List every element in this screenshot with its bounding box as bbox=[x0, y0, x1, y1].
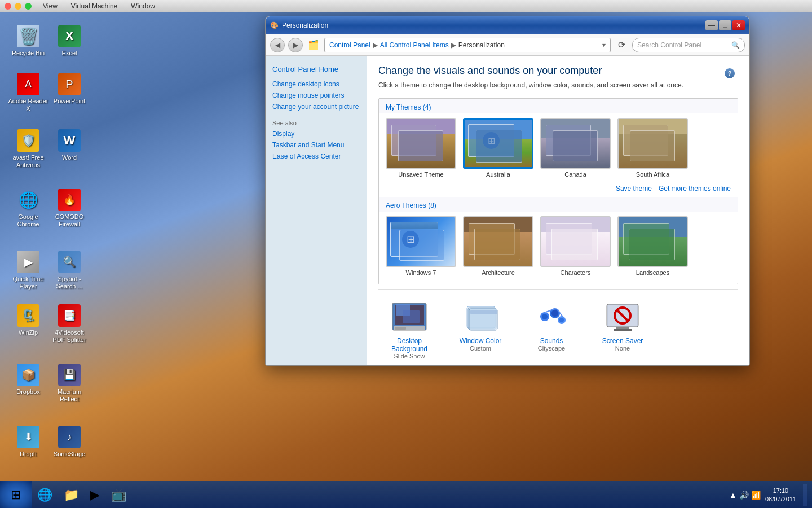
sidebar-ease-of-access[interactable]: Ease of Access Center bbox=[272, 152, 360, 160]
theme-unsaved[interactable]: Unsaved Theme bbox=[386, 118, 456, 178]
quicktime-label: Quick Time Player bbox=[8, 275, 48, 290]
theme-thumb-canada[interactable] bbox=[540, 118, 611, 169]
excel-icon: X bbox=[58, 25, 81, 47]
path-control-panel[interactable]: Control Panel bbox=[329, 41, 370, 49]
close-dot[interactable] bbox=[5, 3, 11, 10]
tray-arrow-icon[interactable]: ▲ bbox=[729, 491, 737, 500]
minimize-button[interactable]: — bbox=[705, 20, 718, 30]
traffic-lights[interactable] bbox=[0, 3, 36, 10]
desktop: View Virtual Machine Window 🗑️ Recycle B… bbox=[0, 0, 812, 508]
desktop-icon-recycle-bin[interactable]: 🗑️ Recycle Bin bbox=[6, 23, 51, 59]
desktop-icon-avast[interactable]: 🛡️ avast! Free Antivirus bbox=[6, 127, 51, 171]
desktop-icon-sonicstage[interactable]: ♪ SonicStage bbox=[47, 423, 92, 460]
bottom-window-color[interactable]: Window Color Custom bbox=[449, 299, 511, 360]
path-all-items[interactable]: All Control Panel Items bbox=[380, 41, 449, 49]
theme-landscapes-label: Landscapes bbox=[636, 269, 669, 276]
path-dropdown-arrow[interactable]: ▾ bbox=[602, 41, 606, 49]
screen-saver-label[interactable]: Screen Saver bbox=[602, 337, 643, 345]
desktop-background-icon bbox=[391, 299, 427, 335]
theme-canada-label: Canada bbox=[564, 171, 586, 178]
minimize-dot[interactable] bbox=[15, 3, 21, 10]
taskbar-misc[interactable]: 📺 bbox=[107, 484, 131, 506]
network-icon[interactable]: 📶 bbox=[751, 491, 761, 500]
close-button[interactable]: ✕ bbox=[732, 20, 745, 30]
sidebar-change-mouse-pointers[interactable]: Change mouse pointers bbox=[272, 91, 360, 99]
sidebar-display[interactable]: Display bbox=[272, 130, 360, 138]
get-more-themes-link[interactable]: Get more themes online bbox=[659, 185, 731, 192]
theme-canada[interactable]: Canada bbox=[540, 118, 611, 178]
search-placeholder: Search Control Panel bbox=[637, 41, 701, 49]
taskbar-media[interactable]: ▶ bbox=[86, 484, 104, 506]
theme-landscapes[interactable]: Landscapes bbox=[617, 216, 688, 276]
desktop-icon-powerpoint[interactable]: P PowerPoint bbox=[47, 71, 92, 107]
address-path[interactable]: Control Panel ▶ All Control Panel Items … bbox=[324, 38, 611, 52]
volume-icon[interactable]: 🔊 bbox=[739, 491, 749, 500]
theme-thumb-south-africa[interactable] bbox=[617, 118, 688, 169]
theme-thumb-unsaved[interactable] bbox=[386, 118, 456, 169]
4videosoft-label: 4Videosoft PDF Splitter bbox=[49, 329, 90, 344]
taskbar-ie[interactable]: 🌐 bbox=[33, 484, 57, 506]
mac-menu-view[interactable]: View bbox=[36, 2, 64, 10]
theme-south-africa[interactable]: South Africa bbox=[617, 118, 688, 178]
theme-australia[interactable]: ⊞ Australia bbox=[463, 118, 533, 178]
desktop-icon-macrium[interactable]: 💾 Macrium Reflect bbox=[47, 361, 92, 405]
main-title: Change the visuals and sounds on your co… bbox=[378, 65, 738, 77]
bottom-desktop-background[interactable]: Desktop Background Slide Show bbox=[378, 299, 440, 360]
theme-characters[interactable]: Characters bbox=[540, 216, 611, 276]
desktop-icon-quicktime[interactable]: ▶ Quick Time Player bbox=[6, 248, 51, 292]
dropbox-icon: 📦 bbox=[17, 364, 39, 386]
avast-label: avast! Free Antivirus bbox=[8, 154, 48, 169]
desktop-icon-winzip[interactable]: 🗜️ WinZip bbox=[6, 302, 51, 339]
window-color-label[interactable]: Window Color bbox=[460, 337, 502, 345]
mac-menu-vm[interactable]: Virtual Machine bbox=[64, 2, 125, 10]
themes-scroll-area[interactable]: My Themes (4) Unsaved Theme bbox=[378, 98, 738, 284]
refresh-button[interactable]: ⟳ bbox=[614, 38, 629, 52]
main-subtitle: Click a theme to change the desktop back… bbox=[378, 81, 738, 89]
theme-thumb-architecture[interactable] bbox=[463, 216, 533, 267]
4videosoft-icon: 📑 bbox=[58, 304, 81, 327]
start-button[interactable]: ⊞ bbox=[0, 481, 32, 509]
search-box[interactable]: Search Control Panel 🔍 bbox=[632, 38, 745, 52]
theme-thumb-landscapes[interactable] bbox=[617, 216, 688, 267]
sidebar-change-desktop-icons[interactable]: Change desktop icons bbox=[272, 80, 360, 88]
sounds-label[interactable]: Sounds bbox=[540, 337, 563, 345]
maximize-dot[interactable] bbox=[25, 3, 32, 10]
maximize-button[interactable]: □ bbox=[719, 20, 731, 30]
desktop-icon-excel[interactable]: X Excel bbox=[47, 23, 92, 59]
theme-architecture[interactable]: Architecture bbox=[463, 216, 533, 276]
show-desktop-button[interactable] bbox=[803, 484, 807, 506]
sidebar-control-panel-home[interactable]: Control Panel Home bbox=[272, 65, 360, 73]
taskbar-clock[interactable]: 17:10 08/07/2011 bbox=[765, 487, 796, 503]
my-themes-title: My Themes (4) bbox=[379, 99, 738, 113]
mac-menu-window[interactable]: Window bbox=[124, 2, 162, 10]
save-theme-link[interactable]: Save theme bbox=[616, 185, 652, 192]
taskbar-explorer[interactable]: 📁 bbox=[59, 484, 83, 506]
theme-thumb-windows7[interactable]: ⊞ bbox=[386, 216, 456, 267]
desktop-icon-dropbox[interactable]: 📦 Dropbox bbox=[6, 361, 51, 398]
address-bar: ◀ ▶ 🗂️ Control Panel ▶ All Control Panel… bbox=[266, 34, 749, 56]
mac-top-bar: View Virtual Machine Window bbox=[0, 0, 812, 12]
desktop-icon-word[interactable]: W Word bbox=[47, 127, 92, 164]
theme-thumb-australia[interactable]: ⊞ bbox=[463, 118, 533, 169]
desktop-icon-4videosoft[interactable]: 📑 4Videosoft PDF Splitter bbox=[47, 302, 92, 346]
help-button[interactable]: ? bbox=[725, 68, 735, 78]
desktop-background-label[interactable]: Desktop Background bbox=[378, 337, 440, 353]
theme-thumb-characters[interactable] bbox=[540, 216, 611, 267]
bottom-sounds[interactable]: Sounds Cityscape bbox=[520, 299, 582, 360]
theme-windows7[interactable]: ⊞ Windows 7 bbox=[386, 216, 456, 276]
forward-button[interactable]: ▶ bbox=[288, 38, 303, 52]
desktop-icon-dropit[interactable]: ⬇ DropIt bbox=[6, 423, 51, 460]
explorer-icon: 📁 bbox=[64, 488, 79, 502]
desktop-icon-adobe[interactable]: A Adobe Reader X bbox=[6, 71, 51, 115]
desktop-icon-spybot[interactable]: 🔍 Spybot - Search ... bbox=[47, 248, 92, 292]
back-button[interactable]: ◀ bbox=[270, 38, 285, 52]
sidebar-change-account-picture[interactable]: Change your account picture bbox=[272, 103, 360, 111]
search-icon[interactable]: 🔍 bbox=[731, 41, 740, 49]
sidebar-taskbar-start[interactable]: Taskbar and Start Menu bbox=[272, 141, 360, 149]
bottom-screen-saver[interactable]: Screen Saver None bbox=[592, 299, 654, 360]
desktop-icon-chrome[interactable]: 🌐 Google Chrome bbox=[6, 186, 51, 230]
path-arrow-1: ▶ bbox=[373, 41, 378, 49]
folder-icon: 🗂️ bbox=[306, 38, 321, 52]
desktop-icon-comodo[interactable]: 🔥 COMODO Firewall bbox=[47, 186, 92, 230]
taskbar: ⊞ 🌐 📁 ▶ 📺 ▲ 🔊 📶 17:10 08/07/2011 bbox=[0, 481, 812, 508]
